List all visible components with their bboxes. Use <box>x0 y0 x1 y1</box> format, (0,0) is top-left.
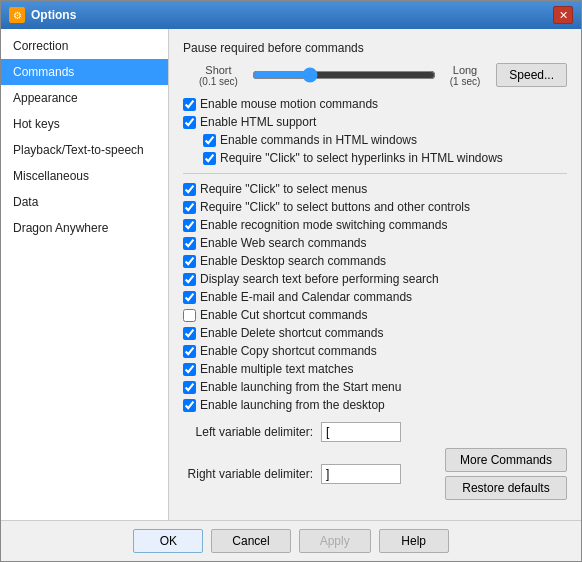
chk-copy-shortcut-label: Enable Copy shortcut commands <box>200 344 377 358</box>
footer: OK Cancel Apply Help <box>1 520 581 561</box>
checkbox-html-support-input[interactable] <box>183 116 196 129</box>
title-bar: ⚙ Options ✕ <box>1 1 581 29</box>
chk-web-search: Enable Web search commands <box>183 236 567 250</box>
chk-click-menus-label: Require "Click" to select menus <box>200 182 367 196</box>
left-delimiter-label: Left variable delimiter: <box>183 425 313 439</box>
help-button[interactable]: Help <box>379 529 449 553</box>
chk-web-search-label: Enable Web search commands <box>200 236 367 250</box>
content-area: Correction Commands Appearance Hot keys … <box>1 29 581 520</box>
chk-start-menu-label: Enable launching from the Start menu <box>200 380 401 394</box>
chk-delete-shortcut: Enable Delete shortcut commands <box>183 326 567 340</box>
checkbox-mouse-motion-label: Enable mouse motion commands <box>200 97 378 111</box>
apply-button[interactable]: Apply <box>299 529 371 553</box>
right-delimiter-input[interactable] <box>321 464 401 484</box>
slider-right-label: Long <box>453 64 477 76</box>
chk-click-menus-input[interactable] <box>183 183 196 196</box>
chk-click-buttons-label: Require "Click" to select buttons and ot… <box>200 200 470 214</box>
chk-desktop-launch: Enable launching from the desktop <box>183 398 567 412</box>
chk-multiple-text-input[interactable] <box>183 363 196 376</box>
restore-defaults-button[interactable]: Restore defaults <box>445 476 567 500</box>
chk-desktop-launch-input[interactable] <box>183 399 196 412</box>
chk-display-search: Display search text before performing se… <box>183 272 567 286</box>
window-title: Options <box>31 8 76 22</box>
sidebar-item-commands[interactable]: Commands <box>1 59 168 85</box>
chk-desktop-search-label: Enable Desktop search commands <box>200 254 386 268</box>
title-bar-left: ⚙ Options <box>9 7 76 23</box>
options-window: ⚙ Options ✕ Correction Commands Appearan… <box>0 0 582 562</box>
slider-left-sub: (0.1 sec) <box>199 76 238 87</box>
checkbox-html-hyperlinks-input[interactable] <box>203 152 216 165</box>
chk-email-calendar-input[interactable] <box>183 291 196 304</box>
checkbox-html-commands-label: Enable commands in HTML windows <box>220 133 417 147</box>
chk-email-calendar-label: Enable E-mail and Calendar commands <box>200 290 412 304</box>
chk-copy-shortcut-input[interactable] <box>183 345 196 358</box>
checkbox-mouse-motion-input[interactable] <box>183 98 196 111</box>
mouse-html-section: Enable mouse motion commands Enable HTML… <box>183 97 567 165</box>
chk-cut-shortcut-input[interactable] <box>183 309 196 322</box>
delimiter-section: Left variable delimiter: Right variable … <box>183 422 567 500</box>
chk-desktop-search: Enable Desktop search commands <box>183 254 567 268</box>
chk-start-menu-input[interactable] <box>183 381 196 394</box>
window-icon: ⚙ <box>9 7 25 23</box>
chk-click-buttons: Require "Click" to select buttons and ot… <box>183 200 567 214</box>
checkbox-mouse-motion: Enable mouse motion commands <box>183 97 567 111</box>
sidebar: Correction Commands Appearance Hot keys … <box>1 29 169 520</box>
sidebar-item-correction[interactable]: Correction <box>1 33 168 59</box>
sidebar-item-data[interactable]: Data <box>1 189 168 215</box>
checkbox-html-support-label: Enable HTML support <box>200 115 316 129</box>
chk-recognition-mode-input[interactable] <box>183 219 196 232</box>
slider-section: Short (0.1 sec) Long (1 sec) Speed... <box>183 63 567 87</box>
speed-button[interactable]: Speed... <box>496 63 567 87</box>
chk-desktop-launch-label: Enable launching from the desktop <box>200 398 385 412</box>
slider-left-label: Short <box>205 64 231 76</box>
chk-cut-shortcut-label: Enable Cut shortcut commands <box>200 308 367 322</box>
checkbox-html-commands-input[interactable] <box>203 134 216 147</box>
chk-start-menu: Enable launching from the Start menu <box>183 380 567 394</box>
checkbox-html-commands: Enable commands in HTML windows <box>183 133 567 147</box>
chk-display-search-input[interactable] <box>183 273 196 286</box>
left-delimiter-input[interactable] <box>321 422 401 442</box>
checkbox-html-hyperlinks-label: Require "Click" to select hyperlinks in … <box>220 151 503 165</box>
checkbox-html-support: Enable HTML support <box>183 115 567 129</box>
sidebar-item-playback[interactable]: Playback/Text-to-speech <box>1 137 168 163</box>
chk-click-menus: Require "Click" to select menus <box>183 182 567 196</box>
chk-copy-shortcut: Enable Copy shortcut commands <box>183 344 567 358</box>
close-button[interactable]: ✕ <box>553 6 573 24</box>
pause-section-title: Pause required before commands <box>183 41 567 55</box>
commands-checkboxes-section: Require "Click" to select menus Require … <box>183 182 567 412</box>
sidebar-item-dragon-anywhere[interactable]: Dragon Anywhere <box>1 215 168 241</box>
sidebar-item-miscellaneous[interactable]: Miscellaneous <box>1 163 168 189</box>
divider <box>183 173 567 174</box>
chk-email-calendar: Enable E-mail and Calendar commands <box>183 290 567 304</box>
cancel-button[interactable]: Cancel <box>211 529 290 553</box>
chk-delete-shortcut-label: Enable Delete shortcut commands <box>200 326 383 340</box>
chk-cut-shortcut: Enable Cut shortcut commands <box>183 308 567 322</box>
right-delimiter-row: Right variable delimiter: More Commands … <box>183 448 567 500</box>
sidebar-item-appearance[interactable]: Appearance <box>1 85 168 111</box>
ok-button[interactable]: OK <box>133 529 203 553</box>
chk-recognition-mode-label: Enable recognition mode switching comman… <box>200 218 447 232</box>
pause-slider[interactable] <box>252 67 436 83</box>
chk-click-buttons-input[interactable] <box>183 201 196 214</box>
chk-recognition-mode: Enable recognition mode switching comman… <box>183 218 567 232</box>
sidebar-item-hotkeys[interactable]: Hot keys <box>1 111 168 137</box>
left-delimiter-row: Left variable delimiter: <box>183 422 567 442</box>
slider-right-sub: (1 sec) <box>450 76 481 87</box>
chk-desktop-search-input[interactable] <box>183 255 196 268</box>
more-commands-button[interactable]: More Commands <box>445 448 567 472</box>
chk-multiple-text-label: Enable multiple text matches <box>200 362 353 376</box>
right-delimiter-label: Right variable delimiter: <box>183 467 313 481</box>
checkbox-html-hyperlinks: Require "Click" to select hyperlinks in … <box>183 151 567 165</box>
main-panel: Pause required before commands Short (0.… <box>169 29 581 520</box>
chk-delete-shortcut-input[interactable] <box>183 327 196 340</box>
chk-display-search-label: Display search text before performing se… <box>200 272 439 286</box>
chk-multiple-text: Enable multiple text matches <box>183 362 567 376</box>
chk-web-search-input[interactable] <box>183 237 196 250</box>
